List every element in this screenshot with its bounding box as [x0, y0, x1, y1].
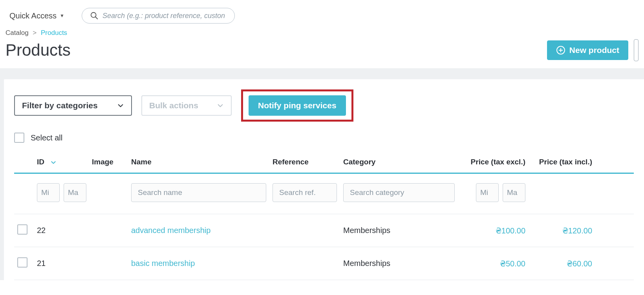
secondary-action-button[interactable]	[634, 39, 639, 61]
filter-id-min[interactable]	[37, 183, 60, 202]
notify-ping-label: Notify ping services	[258, 101, 337, 110]
row-reference	[269, 247, 340, 280]
col-price-incl-header[interactable]: Price (tax incl.)	[529, 154, 595, 173]
row-category: Memberships	[340, 214, 458, 247]
bulk-actions-button[interactable]: Bulk actions	[141, 95, 232, 116]
row-checkbox[interactable]	[17, 257, 27, 268]
breadcrumb: Catalog > Products	[0, 27, 644, 39]
filter-name[interactable]	[131, 183, 266, 202]
sort-asc-icon	[50, 158, 57, 166]
products-table: ID Image Name Reference Category Price (…	[14, 154, 634, 280]
row-reference	[269, 214, 340, 247]
filter-price-min[interactable]	[476, 183, 499, 202]
col-reference-header[interactable]: Reference	[269, 154, 340, 173]
filter-reference[interactable]	[273, 183, 337, 202]
chevron-down-icon	[117, 102, 124, 109]
notify-ping-services-button[interactable]: Notify ping services	[249, 95, 346, 116]
select-all-label: Select all	[31, 133, 62, 142]
search-icon	[90, 11, 99, 20]
row-price-incl[interactable]: ₴120.00	[562, 226, 592, 235]
filter-id-max[interactable]	[64, 183, 86, 202]
breadcrumb-sep: >	[33, 29, 37, 36]
quick-access-label: Quick Access	[9, 11, 57, 20]
quick-access-menu[interactable]: Quick Access ▼	[8, 9, 66, 23]
filter-category[interactable]	[343, 183, 455, 202]
breadcrumb-current[interactable]: Products	[41, 29, 67, 36]
col-name-header[interactable]: Name	[128, 154, 269, 173]
row-id: 21	[34, 247, 89, 280]
table-row[interactable]: 22 advanced membership Memberships ₴100.…	[14, 214, 634, 247]
plus-circle-icon	[556, 46, 565, 55]
filter-by-categories-button[interactable]: Filter by categories	[14, 95, 132, 116]
row-name-link[interactable]: basic membership	[131, 259, 195, 268]
filter-by-categories-label: Filter by categories	[22, 101, 98, 110]
col-id-header[interactable]: ID	[34, 154, 89, 173]
row-price-excl[interactable]: ₴50.00	[500, 259, 525, 268]
caret-down-icon: ▼	[60, 13, 64, 18]
row-id: 22	[34, 214, 89, 247]
highlight-annotation: Notify ping services	[241, 89, 353, 122]
breadcrumb-root[interactable]: Catalog	[5, 29, 29, 36]
new-product-label: New product	[569, 46, 619, 55]
global-search-input[interactable]	[102, 12, 227, 20]
global-search[interactable]	[82, 8, 235, 24]
row-name-link[interactable]: advanced membership	[131, 226, 210, 235]
row-price-incl[interactable]: ₴60.00	[567, 259, 592, 268]
select-all-checkbox[interactable]	[14, 133, 24, 143]
row-category: Memberships	[340, 247, 458, 280]
bulk-actions-label: Bulk actions	[149, 101, 198, 110]
col-image-header[interactable]: Image	[89, 154, 128, 173]
row-checkbox[interactable]	[17, 224, 27, 235]
filter-price-max[interactable]	[503, 183, 525, 202]
table-row[interactable]: 21 basic membership Memberships ₴50.00 ₴…	[14, 247, 634, 280]
row-price-excl[interactable]: ₴100.00	[496, 226, 525, 235]
svg-line-1	[95, 17, 98, 19]
col-price-excl-header[interactable]: Price (tax excl.)	[458, 154, 529, 173]
page-title: Products	[5, 41, 71, 60]
chevron-down-icon	[217, 102, 224, 109]
col-category-header[interactable]: Category	[340, 154, 458, 173]
new-product-button[interactable]: New product	[547, 40, 628, 60]
